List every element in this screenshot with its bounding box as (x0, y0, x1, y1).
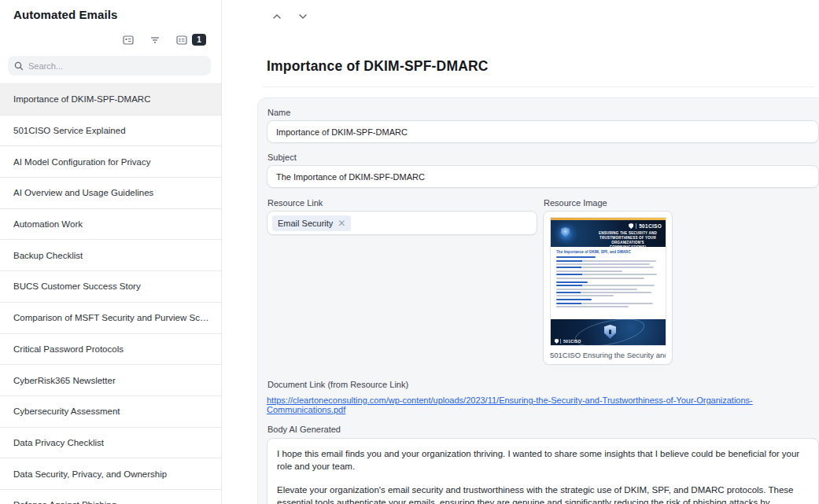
sidebar: Automated Emails 1 (0, 0, 222, 504)
sidebar-item-email[interactable]: AI Model Configuration for Privacy (0, 146, 221, 178)
sidebar-title: Automated Emails (13, 8, 117, 21)
sidebar-item-email[interactable]: CyberRisk365 Newsletter (0, 365, 221, 396)
email-detail-form: Name Subject Resource Link Email Securit… (257, 97, 819, 504)
resource-image-field-group: Resource Image 501CISO EN (543, 198, 673, 365)
subject-input[interactable] (267, 165, 819, 188)
email-title: 501CISO Service Explained (13, 126, 126, 135)
email-title: Backup Checklist (13, 251, 83, 260)
sim-text-line (556, 263, 650, 265)
view-filter-group: 1 (175, 34, 206, 46)
filter-count-badge[interactable]: 1 (192, 34, 206, 46)
sidebar-item-email[interactable]: Data Security, Privacy, and Ownership (0, 458, 221, 490)
document-link-label: Document Link (from Resource Link) (267, 380, 819, 389)
body-paragraph: Elevate your organization's email securi… (277, 484, 809, 504)
detail-pane: Importance of DKIM-SPF-DMARC Name Subjec… (222, 0, 819, 504)
sidebar-toolbar: 1 (122, 34, 206, 46)
email-title: Data Security, Privacy, and Ownership (13, 469, 167, 479)
sidebar-item-email[interactable]: Cybersecurity Assessment (0, 396, 221, 428)
sim-text-line (556, 278, 644, 279)
subject-label: Subject (267, 153, 819, 162)
brand-shield-icon (629, 223, 633, 229)
resource-link-label: Resource Link (267, 198, 537, 208)
record-nav (271, 10, 309, 23)
subject-field-group: Subject (267, 153, 819, 188)
sidebar-item-email[interactable]: Critical Password Protocols (0, 334, 221, 366)
chevron-down-icon (298, 12, 308, 21)
email-list: Importance of DKIM-SPF-DMARC 501CISO Ser… (0, 84, 221, 504)
body-textarea[interactable]: I hope this email finds you and your org… (267, 438, 819, 504)
email-title: AI Overview and Usage Guidelines (13, 188, 153, 197)
email-title: CyberRisk365 Newsletter (13, 376, 116, 385)
search-box[interactable] (8, 56, 211, 75)
pdf-thumbnail: 501CISO ENSURING THE SECURITY AND TRUSTW… (550, 217, 666, 346)
sim-text-line (556, 285, 655, 286)
email-title: Comparison of MSFT Security and Purview … (13, 313, 210, 322)
sim-text-line (556, 289, 637, 290)
sidebar-item-email[interactable]: Automation Work (0, 209, 221, 241)
brand-name: 501CISO (560, 339, 581, 344)
resource-link-field-group: Resource Link Email Security ✕ (267, 198, 537, 235)
sidebar-item-email[interactable]: BUCS Customer Success Story (0, 271, 221, 303)
sidebar-item-email[interactable]: Importance of DKIM-SPF-DMARC (0, 84, 221, 116)
sim-text-line (556, 267, 654, 268)
name-field-group: Name (267, 108, 819, 143)
sim-text-line (556, 260, 656, 262)
email-title: BUCS Customer Success Story (13, 281, 141, 291)
page-title: Importance of DKIM-SPF-DMARC (267, 58, 489, 75)
brand-name: 501CISO (636, 223, 662, 229)
body-paragraph: I hope this email finds you and your org… (277, 447, 809, 473)
footer-brand-logo: 501CISO (555, 339, 581, 344)
resource-link-input[interactable]: Email Security ✕ (267, 211, 537, 235)
list-layout-icon[interactable] (122, 34, 134, 46)
name-label: Name (267, 108, 819, 117)
body-field-group: Body AI Generated I hope this email find… (267, 425, 819, 504)
brand-logo: 501CISO (629, 223, 662, 229)
email-title: Cybersecurity Assessment (13, 407, 120, 416)
thumbnail-header: 501CISO ENSURING THE SECURITY AND TRUSTW… (551, 220, 666, 247)
sidebar-item-email[interactable]: Comparison of MSFT Security and Purview … (0, 303, 221, 334)
resource-tag: Email Security ✕ (272, 215, 351, 231)
search-input[interactable] (28, 61, 205, 71)
resource-image-card[interactable]: 501CISO ENSURING THE SECURITY AND TRUSTW… (543, 211, 673, 365)
email-title: Critical Password Protocols (13, 344, 124, 354)
sim-text-line (556, 292, 651, 293)
sim-text-line (556, 303, 653, 304)
sidebar-header: Automated Emails 1 (0, 0, 221, 84)
email-title: Data Privacy Checklist (13, 438, 104, 447)
sim-text-line (556, 256, 596, 258)
body-label: Body AI Generated (267, 425, 819, 434)
document-link-group: Document Link (from Resource Link) https… (267, 380, 819, 416)
search-icon (14, 61, 24, 71)
sim-text-line (556, 299, 592, 300)
sidebar-item-email[interactable]: 501CISO Service Explained (0, 116, 221, 147)
sim-text-line (556, 270, 622, 272)
document-link[interactable]: https://cleartoneconsulting.com/wp-conte… (267, 395, 819, 414)
email-title: Automation Work (13, 219, 83, 229)
chevron-up-icon (272, 12, 282, 21)
sidebar-item-email[interactable]: Data Privacy Checklist (0, 428, 221, 459)
brand-shield-icon (555, 339, 559, 344)
remove-tag-icon[interactable]: ✕ (338, 219, 345, 228)
email-title: Importance of DKIM-SPF-DMARC (13, 94, 150, 104)
resource-image-caption: 501CISO Ensuring the Security and Tr... (550, 351, 666, 359)
sim-text-line (556, 274, 657, 275)
email-title: Defense Against Phishing (13, 500, 116, 504)
previous-record-button[interactable] (271, 10, 283, 23)
thumbnail-headline: ENSURING THE SECURITY AND TRUSTWORTHINES… (594, 231, 662, 247)
filter-icon[interactable] (149, 34, 160, 46)
title-divider (263, 86, 814, 87)
name-input[interactable] (267, 120, 819, 143)
card-layout-icon[interactable] (175, 34, 187, 46)
resource-image-label: Resource Image (544, 198, 673, 208)
sidebar-item-email[interactable]: AI Overview and Usage Guidelines (0, 178, 221, 209)
thumbnail-footer: 501CISO (551, 319, 666, 346)
sim-text-line (556, 306, 629, 307)
email-title: AI Model Configuration for Privacy (13, 157, 151, 167)
sim-text-line (556, 295, 614, 296)
next-record-button[interactable] (297, 10, 309, 23)
sidebar-item-email[interactable]: Backup Checklist (0, 240, 221, 271)
thumbnail-body-preview: The Importance of DKIM, SPF, and DMARC (551, 247, 666, 319)
sidebar-item-email[interactable]: Defense Against Phishing (0, 490, 221, 504)
resource-tag-label: Email Security (278, 219, 333, 228)
resource-row: Resource Link Email Security ✕ Resource … (267, 198, 819, 365)
